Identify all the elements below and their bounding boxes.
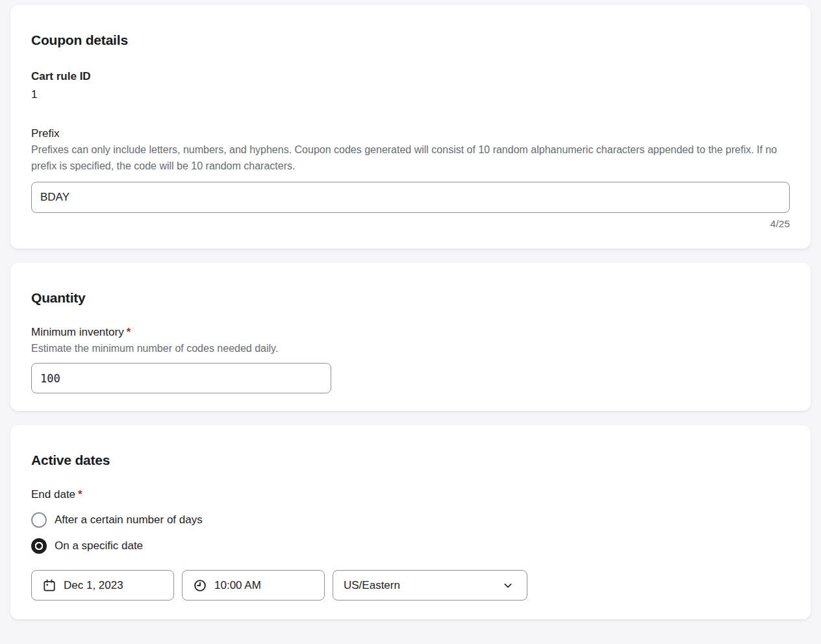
minimum-inventory-input[interactable] [31, 363, 331, 393]
required-marker: * [127, 326, 131, 338]
end-date-value: Dec 1, 2023 [64, 579, 123, 592]
timezone-value: US/Eastern [344, 579, 400, 592]
active-dates-title: Active dates [31, 452, 790, 468]
coupon-settings-page: Coupon details Cart rule ID 1 Prefix Pre… [0, 0, 821, 644]
end-date-label: End date* [31, 488, 790, 501]
chevron-down-icon [501, 579, 514, 592]
radio-button[interactable] [31, 538, 47, 554]
prefix-help-text: Prefixes can only include letters, numbe… [31, 142, 790, 175]
coupon-details-card: Coupon details Cart rule ID 1 Prefix Pre… [10, 5, 811, 249]
clock-icon [193, 578, 207, 593]
minimum-inventory-label-text: Minimum inventory [31, 326, 124, 338]
timezone-select[interactable]: US/Eastern [333, 570, 527, 601]
prefix-field: Prefix Prefixes can only include letters… [31, 127, 790, 230]
end-date-radio-group: After a certain number of days On a spec… [31, 512, 790, 554]
end-date-label-text: End date [31, 488, 75, 501]
radio-option-specific-date[interactable]: On a specific date [31, 538, 790, 554]
radio-button[interactable] [31, 512, 47, 528]
minimum-inventory-help-text: Estimate the minimum number of codes nee… [31, 341, 790, 357]
calendar-icon [42, 578, 57, 593]
radio-option-label: After a certain number of days [55, 514, 203, 526]
minimum-inventory-field: Minimum inventory* Estimate the minimum … [31, 326, 790, 394]
cart-rule-id-label: Cart rule ID [31, 70, 790, 83]
radio-option-after-days[interactable]: After a certain number of days [31, 512, 790, 528]
active-dates-card: Active dates End date* After a certain n… [10, 425, 811, 619]
quantity-card: Quantity Minimum inventory* Estimate the… [10, 263, 811, 412]
coupon-details-title: Coupon details [31, 32, 790, 48]
minimum-inventory-label: Minimum inventory* [31, 326, 790, 339]
end-time-value: 10:00 AM [214, 579, 261, 592]
required-marker: * [78, 488, 82, 501]
end-time-picker[interactable]: 10:00 AM [182, 570, 325, 601]
date-time-picker-row: Dec 1, 2023 10:00 AM US/Eastern [31, 570, 790, 601]
quantity-title: Quantity [31, 290, 790, 306]
prefix-char-counter: 4/25 [31, 218, 790, 230]
prefix-label: Prefix [31, 127, 790, 140]
end-date-picker[interactable]: Dec 1, 2023 [31, 570, 174, 601]
cart-rule-id-value: 1 [31, 88, 790, 101]
cart-rule-id-field: Cart rule ID 1 [31, 70, 790, 101]
prefix-input[interactable] [31, 182, 790, 213]
radio-option-label: On a specific date [55, 539, 143, 552]
